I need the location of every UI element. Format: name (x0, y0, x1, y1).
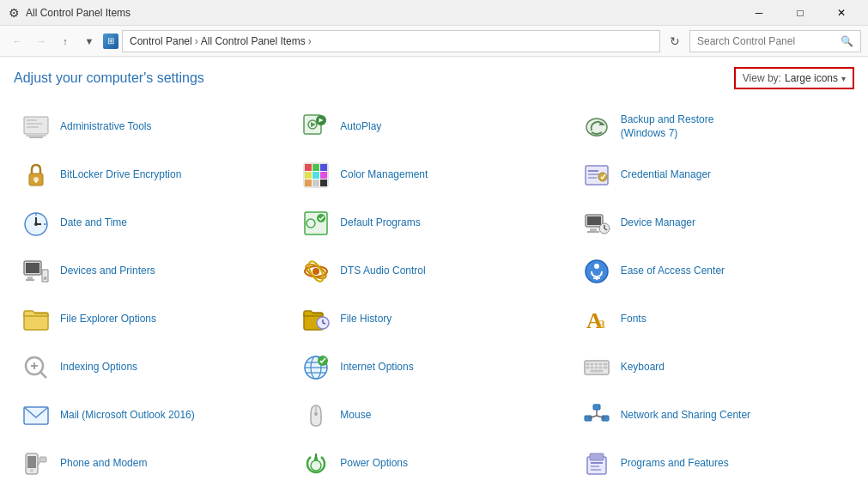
svg-rect-19 (320, 164, 327, 171)
grid-item-credential-manager[interactable]: Credential Manager (574, 151, 854, 199)
svg-rect-41 (587, 216, 601, 225)
grid-item-date-time[interactable]: Date and Time (14, 199, 294, 247)
item-label-programs-features: Programs and Features (621, 457, 729, 471)
datetime-icon (21, 208, 52, 239)
svg-rect-2 (27, 123, 42, 125)
forward-button[interactable]: → (31, 31, 52, 52)
svg-rect-25 (320, 180, 327, 186)
ease-icon (581, 256, 612, 287)
path-segment-2: All Control Panel Items (201, 35, 306, 47)
svg-rect-5 (26, 135, 46, 137)
svg-text:a: a (598, 314, 605, 332)
item-label-phone-modem: Phone and Modem (60, 457, 147, 471)
svg-rect-24 (313, 180, 319, 186)
items-area: Administrative ToolsAutoPlayBackup and R… (0, 96, 868, 499)
svg-rect-50 (26, 279, 34, 281)
address-path[interactable]: Control Panel › All Control Panel Items … (122, 30, 660, 52)
grid-item-file-explorer[interactable]: File Explorer Options (14, 295, 294, 344)
svg-rect-78 (586, 363, 589, 365)
search-input[interactable] (697, 35, 841, 47)
svg-rect-88 (591, 370, 603, 372)
svg-rect-43 (587, 231, 599, 233)
item-label-file-explorer: File Explorer Options (60, 313, 156, 326)
admin-icon (21, 112, 52, 143)
search-icon: 🔍 (841, 35, 853, 47)
title-bar: ⚙ All Control Panel Items ─ □ ✕ (0, 0, 868, 26)
bitlocker-icon (21, 160, 52, 191)
internet-icon (300, 352, 331, 383)
grid-item-admin-tools[interactable]: Administrative Tools (14, 103, 294, 151)
grid-item-ease-access[interactable]: Ease of Access Center (574, 247, 854, 295)
item-label-devices-printers: Devices and Printers (60, 265, 155, 278)
grid-item-bitlocker[interactable]: BitLocker Drive Encryption (14, 151, 294, 199)
item-label-file-history: File History (340, 313, 392, 326)
fonts-icon: Aa (581, 304, 612, 335)
network-icon (581, 400, 612, 431)
view-by-control[interactable]: View by: Large icons ▾ (734, 67, 854, 89)
grid-item-network-sharing[interactable]: Network and Sharing Center (574, 392, 854, 440)
back-button[interactable]: ← (7, 31, 27, 52)
backup-icon (581, 112, 612, 143)
svg-point-55 (313, 268, 319, 275)
up-button[interactable]: ↑ (55, 31, 76, 52)
title-bar-text: All Control Panel Items (26, 7, 739, 19)
grid-item-fonts[interactable]: AaFonts (574, 295, 854, 344)
page-title: Adjust your computer's settings (14, 70, 204, 86)
app-icon: ⚙ (7, 6, 21, 20)
grid-item-region[interactable]: Region (294, 488, 574, 499)
autoplay-icon (300, 112, 331, 143)
grid-item-recovery[interactable]: Recovery (14, 488, 294, 499)
grid-item-indexing[interactable]: Indexing Options (14, 344, 294, 392)
svg-line-68 (40, 372, 46, 378)
view-by-label: View by: (743, 72, 781, 84)
recent-locations-button[interactable]: ▼ (79, 31, 100, 52)
grid-item-keyboard[interactable]: Keyboard (574, 344, 854, 392)
svg-rect-1 (27, 119, 37, 121)
item-label-indexing: Indexing Options (60, 361, 137, 374)
items-grid: Administrative ToolsAutoPlayBackup and R… (14, 103, 854, 499)
item-label-mouse: Mouse (340, 409, 371, 423)
item-label-network-sharing: Network and Sharing Center (621, 409, 750, 423)
phone-icon (21, 448, 52, 479)
maximize-button[interactable]: □ (780, 0, 820, 26)
svg-point-100 (30, 469, 33, 472)
programs-icon (581, 448, 612, 479)
minimize-button[interactable]: ─ (739, 0, 779, 26)
grid-item-remoteapp[interactable]: RemoteApp and Desktop (574, 488, 854, 499)
grid-item-internet-options[interactable]: Internet Options (294, 344, 574, 392)
svg-rect-21 (313, 172, 319, 179)
refresh-button[interactable]: ↻ (664, 30, 686, 52)
svg-rect-18 (313, 164, 319, 171)
address-bar: ← → ↑ ▼ ⊞ Control Panel › All Control Pa… (0, 26, 868, 57)
grid-item-programs-features[interactable]: Programs and Features (574, 440, 854, 488)
svg-rect-22 (320, 172, 327, 179)
grid-item-devices-printers[interactable]: Devices and Printers (14, 247, 294, 295)
path-segment-1: Control Panel (130, 35, 192, 47)
svg-rect-99 (27, 456, 36, 468)
grid-item-file-history[interactable]: File History (294, 295, 574, 344)
grid-item-mail[interactable]: Mail (Microsoft Outlook 2016) (14, 392, 294, 440)
item-label-fonts: Fonts (621, 313, 646, 326)
svg-point-51 (44, 277, 47, 280)
svg-rect-101 (39, 457, 46, 462)
grid-item-color-management[interactable]: Color Management (294, 151, 574, 199)
svg-point-103 (311, 460, 321, 471)
grid-item-default-programs[interactable]: Default Programs (294, 199, 574, 247)
grid-item-dts-audio[interactable]: DTS Audio Control (294, 247, 574, 295)
item-label-keyboard: Keyboard (621, 361, 665, 374)
color-icon (300, 160, 331, 191)
devicemgr-icon (581, 208, 612, 239)
grid-item-phone-modem[interactable]: Phone and Modem (14, 440, 294, 488)
grid-item-backup-restore[interactable]: Backup and Restore (Windows 7) (574, 103, 854, 151)
filehistory-icon (300, 304, 331, 335)
search-box[interactable]: 🔍 (689, 30, 861, 52)
grid-item-power-options[interactable]: Power Options (294, 440, 574, 488)
grid-item-device-manager[interactable]: Device Manager (574, 199, 854, 247)
close-button[interactable]: ✕ (822, 0, 861, 26)
grid-item-mouse[interactable]: Mouse (294, 392, 574, 440)
svg-rect-87 (604, 367, 607, 368)
item-label-date-time: Date and Time (60, 216, 127, 230)
svg-rect-48 (26, 263, 39, 273)
svg-rect-27 (588, 170, 598, 172)
grid-item-autoplay[interactable]: AutoPlay (294, 103, 574, 151)
